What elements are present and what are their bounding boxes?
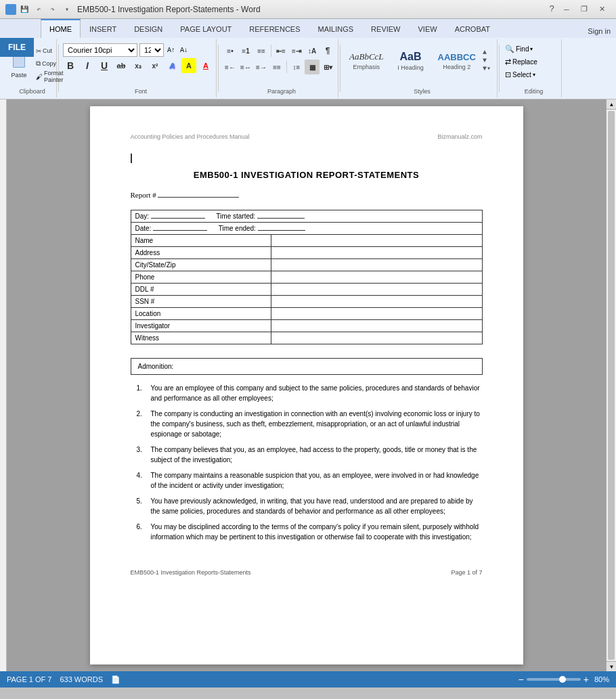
ddl-value xyxy=(271,284,482,296)
font-group: Courier 10cpi 12 A↑ A↓ B I U ab x₂ x² A xyxy=(60,39,217,97)
ribbon: HOME INSERT DESIGN PAGE LAYOUT REFERENCE… xyxy=(0,19,616,99)
justify-btn[interactable]: ≡≡ xyxy=(269,60,284,74)
styles-scroll[interactable]: ▲ ▼ ▼▾ xyxy=(483,49,491,73)
list-btns-row: ≡• ≡1 ≡≡ ⇤≡ ≡⇥ ↕A ¶ xyxy=(223,43,335,58)
tab-design[interactable]: DESIGN xyxy=(125,19,171,38)
copy-btn[interactable]: ⧉ Copy xyxy=(34,58,53,70)
sign-in-btn[interactable]: Sign in xyxy=(582,24,616,38)
font-color-btn[interactable]: A xyxy=(198,58,213,73)
zoom-in-btn[interactable]: + xyxy=(584,674,589,685)
phone-value xyxy=(271,271,482,284)
bold-btn[interactable]: B xyxy=(63,58,78,73)
tab-acrobat[interactable]: ACROBAT xyxy=(446,19,499,38)
font-label: Font xyxy=(63,88,219,95)
tab-view[interactable]: VIEW xyxy=(410,19,446,38)
tab-home[interactable]: HOME xyxy=(41,19,81,38)
customize-quick-btn[interactable]: ▾ xyxy=(61,3,73,16)
text-effects-btn[interactable]: A xyxy=(164,58,179,73)
document-scroll[interactable]: Accounting Policies and Procedures Manua… xyxy=(7,99,606,671)
align-right-btn[interactable]: ≡→ xyxy=(254,60,269,74)
find-btn[interactable]: 🔍 Find ▾ xyxy=(504,43,539,55)
doc-stats-icon[interactable]: 📄 xyxy=(111,675,120,684)
numbering-btn[interactable]: ≡1 xyxy=(238,43,253,58)
align-left-btn[interactable]: ≡← xyxy=(223,60,238,74)
cut-btn[interactable]: ✂ Cut xyxy=(34,45,53,57)
tab-page-layout[interactable]: PAGE LAYOUT xyxy=(171,19,240,38)
title-bar-left: 💾 ↶ ↷ ▾ EMB500-1 Investigation Report-St… xyxy=(5,3,261,16)
paragraph-group: ≡• ≡1 ≡≡ ⇤≡ ≡⇥ ↕A ¶ ≡← ≡↔ ≡→ ≡≡ ↕≡ ▦ xyxy=(220,39,338,97)
font-size-select[interactable]: 12 xyxy=(139,43,164,57)
minimize-btn[interactable]: ─ xyxy=(558,3,575,16)
font-size-decrease-btn[interactable]: A↓ xyxy=(179,45,190,55)
city-label: City/State/Zip xyxy=(131,259,271,271)
tab-mailings[interactable]: MAILINGS xyxy=(309,19,363,38)
help-btn[interactable]: ? xyxy=(546,3,558,15)
zoom-out-btn[interactable]: − xyxy=(519,674,524,685)
report-line xyxy=(158,197,239,198)
address-value xyxy=(271,247,482,259)
scroll-thumb[interactable] xyxy=(608,111,615,660)
subscript-btn[interactable]: x₂ xyxy=(131,58,146,73)
redo-quick-btn[interactable]: ↷ xyxy=(47,3,59,16)
investigator-label: Investigator xyxy=(131,320,271,332)
replace-btn[interactable]: ⇄ Replace xyxy=(504,56,539,68)
increase-indent-btn[interactable]: ≡⇥ xyxy=(289,43,304,58)
location-label: Location xyxy=(131,308,271,320)
tab-review[interactable]: REVIEW xyxy=(362,19,409,38)
status-bar: PAGE 1 OF 7 633 WORDS 📄 − + 80% xyxy=(0,671,616,687)
page-info: PAGE 1 OF 7 xyxy=(7,675,51,683)
document-page[interactable]: Accounting Policies and Procedures Manua… xyxy=(90,106,523,664)
time-ended-line xyxy=(258,230,305,231)
format-painter-btn[interactable]: 🖌 Format Painter xyxy=(34,70,53,83)
select-btn[interactable]: ⊡ Select ▾ xyxy=(504,69,539,81)
heading2-preview: AABBCC xyxy=(438,52,476,62)
tab-insert[interactable]: INSERT xyxy=(81,19,125,38)
shading-btn[interactable]: ▦ xyxy=(305,60,320,74)
header-right: Bizmanualz.com xyxy=(437,133,482,140)
bullets-btn[interactable]: ≡• xyxy=(223,43,238,58)
restore-btn[interactable]: ❐ xyxy=(575,3,593,16)
investigator-value xyxy=(271,320,482,332)
document-area: Accounting Policies and Procedures Manua… xyxy=(0,99,616,671)
multilevel-btn[interactable]: ≡≡ xyxy=(254,43,269,58)
underline-btn[interactable]: U xyxy=(97,58,112,73)
close-btn[interactable]: ✕ xyxy=(593,3,611,16)
style-heading1[interactable]: AaB I Heading xyxy=(391,43,431,80)
sort-btn[interactable]: ↕A xyxy=(305,43,320,58)
file-tab[interactable]: FILE xyxy=(0,38,34,57)
show-para-btn[interactable]: ¶ xyxy=(320,43,335,58)
text-highlight-btn[interactable]: A xyxy=(181,58,196,73)
italic-btn[interactable]: I xyxy=(80,58,95,73)
zoom-level: 80% xyxy=(594,675,609,683)
zoom-track[interactable] xyxy=(527,678,581,681)
para-divider xyxy=(271,45,271,57)
ssn-label: SSN # xyxy=(131,296,271,308)
style-heading2[interactable]: AABBCC Heading 2 xyxy=(433,43,481,80)
day-cell: Day: Time started: xyxy=(131,210,482,223)
date-line xyxy=(153,230,207,231)
superscript-btn[interactable]: x² xyxy=(148,58,162,73)
font-format-row: B I U ab x₂ x² A A A xyxy=(63,58,213,73)
line-spacing-btn[interactable]: ↕≡ xyxy=(289,60,304,74)
scroll-up-btn[interactable]: ▲ xyxy=(607,99,616,110)
ddl-label: DDL # xyxy=(131,284,271,296)
date-row: Date: Time ended: xyxy=(131,223,482,235)
tab-references[interactable]: REFERENCES xyxy=(240,19,309,38)
scroll-down-btn[interactable]: ▼ xyxy=(607,661,616,671)
phone-row: Phone xyxy=(131,271,482,284)
scrollbar-right[interactable]: ▲ ▼ xyxy=(606,99,616,671)
style-emphasis[interactable]: AaBbCcL Emphasis xyxy=(345,43,389,80)
zoom-slider[interactable]: − + xyxy=(519,674,589,685)
decrease-indent-btn[interactable]: ⇤≡ xyxy=(273,43,288,58)
day-date-row: Day: Time started: xyxy=(131,210,482,223)
borders-btn[interactable]: ⊞▾ xyxy=(320,60,335,74)
undo-quick-btn[interactable]: ↶ xyxy=(32,3,45,16)
save-quick-btn[interactable]: 💾 xyxy=(18,3,30,16)
divider-4 xyxy=(499,45,500,92)
font-size-increase-btn[interactable]: A↑ xyxy=(166,45,177,55)
font-name-select[interactable]: Courier 10cpi xyxy=(63,43,137,57)
heading2-label: Heading 2 xyxy=(443,64,470,70)
zoom-thumb[interactable] xyxy=(559,676,566,683)
align-center-btn[interactable]: ≡↔ xyxy=(238,60,253,74)
strikethrough-btn[interactable]: ab xyxy=(114,58,129,73)
